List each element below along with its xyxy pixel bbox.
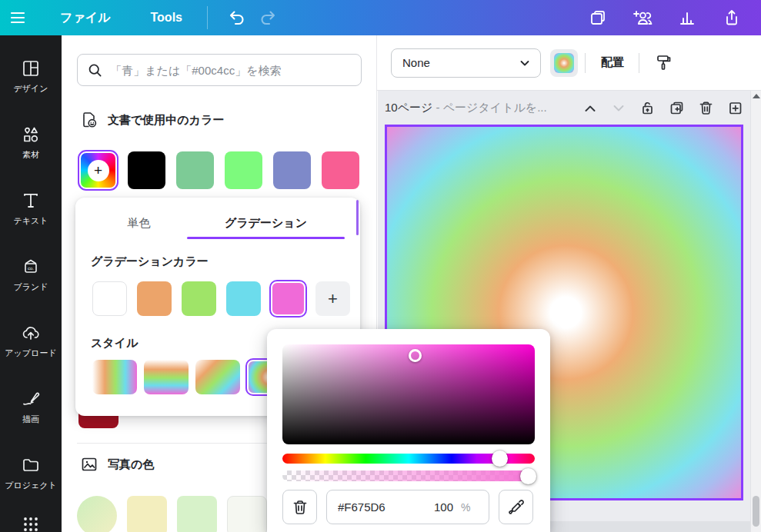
opacity-input[interactable] — [413, 500, 453, 514]
sidebar-item-label: 描画 — [22, 414, 39, 425]
add-page-icon[interactable] — [727, 100, 743, 116]
photo-color-swatch[interactable] — [177, 496, 217, 532]
style-linear-down[interactable] — [144, 360, 189, 394]
delete-page-icon[interactable] — [698, 100, 714, 116]
color-swatch-green[interactable] — [176, 151, 214, 189]
opacity-handle[interactable] — [520, 468, 536, 484]
apps-grid-icon[interactable] — [22, 515, 40, 532]
scroll-up-arrow[interactable] — [753, 94, 760, 98]
page-title[interactable]: 10ページ - ページタイトルを... — [385, 101, 547, 115]
share-icon[interactable] — [716, 2, 747, 33]
sidebar-item-draw[interactable]: 描画 — [3, 381, 58, 432]
document-colors-title: 文書で使用中のカラー — [108, 113, 224, 128]
tab-gradient[interactable]: グラデーション — [187, 208, 345, 238]
move-page-up-icon[interactable] — [582, 101, 598, 116]
side-nav: デザイン 素材 テキスト co. ブランド アップロード 描画 プロジェクト — [0, 35, 62, 532]
sidebar-item-label: 素材 — [22, 149, 39, 161]
sidebar-item-label: デザイン — [13, 83, 48, 95]
hue-handle[interactable] — [492, 451, 508, 467]
hue-slider[interactable] — [282, 454, 535, 464]
gradient-stop-green[interactable] — [182, 281, 216, 316]
sidebar-item-text[interactable]: テキスト — [3, 183, 58, 234]
popup-scrollbar-thumb[interactable] — [356, 200, 359, 235]
redo-icon[interactable] — [252, 2, 283, 33]
photo-colors-row — [77, 496, 267, 532]
delete-color-button[interactable] — [282, 490, 317, 524]
chevron-down-icon — [519, 57, 531, 69]
sidebar-item-projects[interactable]: プロジェクト — [3, 447, 58, 498]
style-linear-diagonal[interactable] — [195, 360, 240, 394]
search-input[interactable] — [110, 64, 351, 77]
gradient-stop-orange[interactable] — [137, 281, 172, 316]
add-color-button[interactable]: + — [79, 151, 117, 189]
sidebar-item-label: アップロード — [5, 347, 56, 359]
photo-color-swatch[interactable] — [227, 496, 267, 532]
gradient-stop-pink-selected[interactable] — [271, 281, 305, 316]
toolbar-divider — [639, 53, 639, 73]
copies-icon[interactable] — [582, 2, 613, 33]
canvas-toolbar: None 配置 — [377, 35, 761, 91]
color-swatch-violet[interactable] — [273, 151, 311, 189]
search-icon — [88, 62, 102, 78]
scrollbar-thumb[interactable] — [753, 496, 759, 527]
saturation-handle[interactable] — [409, 349, 422, 362]
gradient-stop-white[interactable] — [92, 281, 127, 316]
photo-color-swatch[interactable] — [127, 496, 167, 532]
color-picker-popup: % — [267, 329, 550, 532]
picker-controls: % — [282, 490, 533, 524]
search-box[interactable] — [77, 54, 362, 86]
background-color-button[interactable] — [550, 49, 578, 77]
design-icon — [21, 58, 41, 78]
arrange-button[interactable]: 配置 — [593, 51, 632, 75]
duplicate-page-icon[interactable] — [669, 100, 685, 116]
photo-colors-icon — [80, 455, 98, 474]
hamburger-menu-icon[interactable] — [0, 0, 35, 35]
eyedropper-button[interactable] — [499, 490, 533, 524]
sidebar-item-label: プロジェクト — [5, 480, 57, 491]
photo-color-circle[interactable] — [77, 496, 117, 532]
toolbar-divider — [207, 6, 208, 29]
gradient-stop-cyan[interactable] — [226, 281, 261, 316]
sidebar-item-upload[interactable]: アップロード — [3, 315, 58, 366]
vertical-scrollbar — [750, 91, 761, 532]
opacity-slider[interactable] — [282, 470, 535, 481]
move-page-down-icon[interactable] — [611, 101, 626, 116]
plus-icon: + — [328, 289, 338, 309]
gradient-colors-title: グラデーションカラー — [91, 254, 360, 269]
tab-solid-color[interactable]: 単色 — [91, 208, 187, 238]
file-menu[interactable]: ファイル — [49, 0, 122, 35]
gradient-stops-row: + — [92, 281, 360, 316]
photo-colors-header: 写真の色 — [80, 455, 154, 474]
text-icon — [21, 191, 41, 211]
trash-icon — [292, 499, 309, 516]
elements-icon — [21, 125, 41, 145]
hex-input-field[interactable]: % — [326, 490, 489, 524]
style-linear-right[interactable] — [92, 360, 137, 394]
tab-bar: 単色 グラデーション — [75, 208, 360, 238]
color-swatch-pink[interactable] — [322, 151, 359, 189]
draw-icon — [21, 389, 41, 409]
add-gradient-stop-button[interactable]: + — [315, 281, 350, 316]
sidebar-item-design[interactable]: デザイン — [3, 51, 58, 101]
unlock-icon[interactable] — [639, 100, 656, 116]
font-dropdown-value: None — [402, 56, 430, 69]
document-colors-icon — [80, 111, 98, 129]
undo-icon[interactable] — [222, 2, 252, 33]
sidebar-item-brand[interactable]: co. ブランド — [3, 249, 58, 300]
sidebar-item-elements[interactable]: 素材 — [3, 117, 58, 168]
sidebar-item-label: テキスト — [13, 215, 48, 227]
page-number: 10ページ — [385, 101, 432, 114]
tools-menu[interactable]: Tools — [140, 0, 193, 35]
add-people-icon[interactable] — [627, 2, 658, 33]
document-colors-header: 文書で使用中のカラー — [80, 111, 224, 129]
stats-icon[interactable] — [672, 2, 703, 33]
page-header: 10ページ - ページタイトルを... — [385, 100, 743, 116]
upload-icon — [21, 323, 41, 343]
color-swatch-lightgreen[interactable] — [225, 151, 262, 189]
font-dropdown[interactable]: None — [391, 48, 541, 78]
hex-input[interactable] — [338, 500, 409, 514]
paint-roller-icon[interactable] — [647, 50, 679, 76]
saturation-area[interactable] — [282, 344, 535, 444]
color-swatch-black[interactable] — [128, 151, 165, 189]
photo-colors-title: 写真の色 — [108, 457, 154, 472]
